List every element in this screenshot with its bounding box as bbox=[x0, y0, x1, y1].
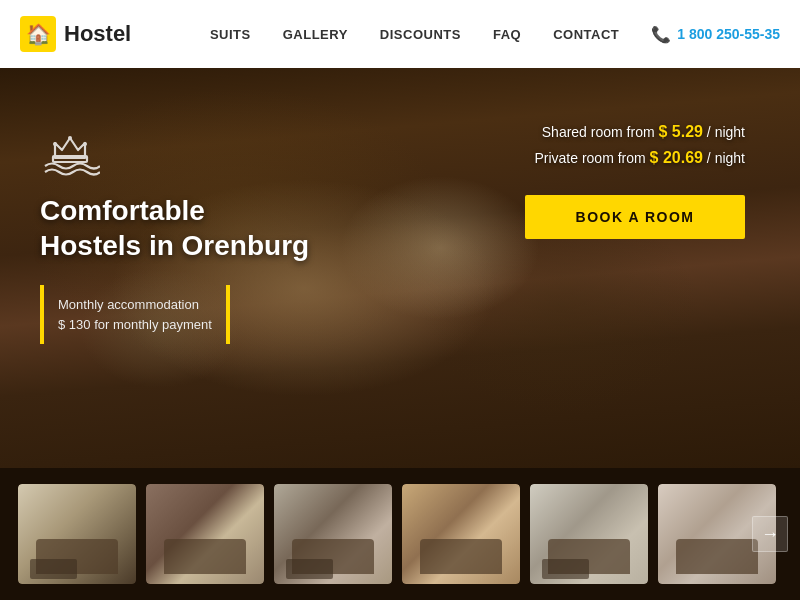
sofa-shape bbox=[164, 539, 247, 574]
thumb-bg-2 bbox=[146, 484, 264, 584]
logo-text: Hostel bbox=[64, 21, 131, 47]
room-furniture-5 bbox=[530, 484, 648, 584]
room-furniture-1 bbox=[18, 484, 136, 584]
shared-price-highlight: $ 5.29 bbox=[658, 123, 702, 140]
nav-item-faq[interactable]: FAQ bbox=[493, 27, 521, 42]
room-furniture-4 bbox=[402, 484, 520, 584]
thumb-bg-3 bbox=[274, 484, 392, 584]
nav-item-suits[interactable]: SUITS bbox=[210, 27, 251, 42]
hero-right-content: Shared room from $ 5.29 / night Private … bbox=[525, 123, 745, 239]
sofa-shape bbox=[420, 539, 503, 574]
thumbnails-section: → bbox=[0, 468, 800, 600]
svg-point-2 bbox=[53, 142, 57, 146]
navbar: 🏠 Hostel SUITS GALLERY DISCOUNTS FAQ CON… bbox=[0, 0, 800, 68]
table-shape bbox=[542, 559, 589, 579]
thumb-bg-4 bbox=[402, 484, 520, 584]
svg-point-3 bbox=[83, 142, 87, 146]
monthly-promo-box: Monthly accommodation $ 130 for monthly … bbox=[40, 285, 230, 344]
book-room-button[interactable]: BOOK A ROOM bbox=[525, 195, 745, 239]
room-furniture-2 bbox=[146, 484, 264, 584]
phone-icon: 📞 bbox=[651, 25, 671, 44]
next-arrow-button[interactable]: → bbox=[752, 516, 788, 552]
hero-title: Comfortable Hostels in Orenburg bbox=[40, 193, 309, 263]
private-price-highlight: $ 20.69 bbox=[650, 149, 703, 166]
nav-item-contact[interactable]: CONTACT bbox=[553, 27, 619, 42]
table-shape bbox=[30, 559, 77, 579]
thumb-bg-1 bbox=[18, 484, 136, 584]
thumbnail-1[interactable] bbox=[18, 484, 136, 584]
logo-icon: 🏠 bbox=[20, 16, 56, 52]
sofa-shape bbox=[676, 539, 759, 574]
hero-section: Comfortable Hostels in Orenburg Monthly … bbox=[0, 68, 800, 468]
shared-room-price: Shared room from $ 5.29 / night bbox=[525, 123, 745, 141]
svg-point-1 bbox=[68, 136, 72, 140]
nav-links: SUITS GALLERY DISCOUNTS FAQ CONTACT bbox=[210, 27, 619, 42]
thumbnail-4[interactable] bbox=[402, 484, 520, 584]
phone-number: 1 800 250-55-35 bbox=[677, 26, 780, 42]
thumbnail-3[interactable] bbox=[274, 484, 392, 584]
nav-item-discounts[interactable]: DISCOUNTS bbox=[380, 27, 461, 42]
private-room-price: Private room from $ 20.69 / night bbox=[525, 149, 745, 167]
hero-left-content: Comfortable Hostels in Orenburg Monthly … bbox=[40, 128, 309, 344]
phone-area: 📞 1 800 250-55-35 bbox=[651, 25, 780, 44]
thumbnail-5[interactable] bbox=[530, 484, 648, 584]
thumbnail-2[interactable] bbox=[146, 484, 264, 584]
table-shape bbox=[286, 559, 333, 579]
thumb-bg-5 bbox=[530, 484, 648, 584]
room-furniture-3 bbox=[274, 484, 392, 584]
hostel-anchor-icon bbox=[40, 128, 309, 187]
logo-area: 🏠 Hostel bbox=[20, 16, 131, 52]
nav-item-gallery[interactable]: GALLERY bbox=[283, 27, 348, 42]
